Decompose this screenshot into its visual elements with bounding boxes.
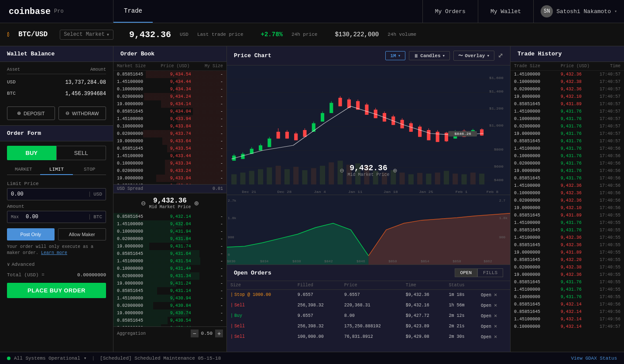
cancel-order-button[interactable]: ✕: [494, 313, 497, 319]
ask-price: 9,433.84: [159, 123, 202, 130]
oo-col-size: Size: [227, 281, 294, 290]
svg-text:$1,600: $1,600: [489, 76, 504, 80]
bid-my-size: -: [202, 258, 223, 264]
order-book-ask-row[interactable]: 0.020000009,433.74-: [113, 130, 226, 137]
order-book-ask-row[interactable]: 1.451000009,433.44-: [113, 152, 226, 160]
order-book-bid-row[interactable]: 0.020000009,431.84-: [113, 235, 226, 243]
tab-fills[interactable]: FILLS: [477, 268, 503, 277]
trade-history-row: 1.451000009,432.3617:40:57: [511, 71, 624, 78]
order-book-bid-row[interactable]: 0.100000009,431.94-: [113, 228, 226, 235]
open-orders: Open Orders OPEN FILLS Size Filled Price…: [227, 264, 510, 352]
allow-maker-button[interactable]: Allow Maker: [58, 228, 106, 240]
order-book-bid-row[interactable]: 19.00000009,430.74-: [113, 309, 226, 317]
chevron-down-icon[interactable]: ▾: [84, 355, 87, 361]
order-type-market[interactable]: MARKET: [7, 165, 40, 175]
bid-my-size: -: [202, 280, 223, 287]
order-book-ask-row[interactable]: 0.020000009,434.24-: [113, 93, 226, 100]
deposit-button[interactable]: ⊕ DEPOSIT: [7, 106, 55, 120]
order-book-bid-row[interactable]: 1.451000009,430.94-: [113, 295, 226, 302]
post-only-button[interactable]: Post Only: [7, 228, 55, 240]
minus-icon[interactable]: ⊖: [141, 199, 146, 208]
last-trade-label: Last trade price: [197, 32, 243, 37]
th-price-val: 9,432.36: [552, 182, 590, 189]
order-book-bid-row[interactable]: 0.100000009,431.44-: [113, 265, 226, 272]
th-size-val: 0.02000000: [514, 264, 552, 271]
order-book-ask-row[interactable]: 1.451000009,433.94-: [113, 115, 226, 123]
order-book-bid-row[interactable]: 0.020000009,430.44-: [113, 324, 226, 326]
ask-price: 9,434.14: [159, 101, 202, 107]
ask-price: 9,433.24: [159, 168, 202, 174]
ask-price: 9,433.54: [159, 145, 202, 152]
amount-input[interactable]: [22, 211, 89, 223]
order-book-bid-row[interactable]: 1.451000009,432.04-: [113, 220, 226, 228]
th-price-val: 9,431.89: [552, 249, 590, 256]
aggregation-decrease-button[interactable]: −: [191, 330, 199, 337]
ask-price: 9,434.34: [159, 86, 202, 93]
order-book-bid-row[interactable]: 19.00000009,431.74-: [113, 243, 226, 250]
svg-rect-38: [435, 172, 440, 184]
expand-button[interactable]: ⤢: [498, 52, 503, 59]
cancel-order-button[interactable]: ✕: [494, 302, 497, 309]
bid-price: 9,431.74: [159, 243, 202, 250]
amount-max[interactable]: Max: [7, 213, 22, 221]
cancel-order-button[interactable]: ✕: [494, 334, 497, 340]
order-book-bid-row[interactable]: 0.858516459,431.64-: [113, 250, 226, 258]
time-1m-button[interactable]: 1M ▾: [385, 51, 405, 60]
price-chart-title: Price Chart: [234, 52, 271, 59]
order-book-bid-row[interactable]: 19.00000009,431.24-: [113, 280, 226, 287]
my-wallet-button[interactable]: My Wallet: [478, 0, 533, 23]
learn-more-link[interactable]: Learn more: [41, 251, 67, 255]
nav-tab-trade[interactable]: Trade: [113, 0, 153, 23]
order-book-bid-row[interactable]: 0.858516459,431.14-: [113, 287, 226, 295]
order-book-ask-row[interactable]: 0.858516459,434.54-: [113, 71, 226, 78]
order-book-ask-row[interactable]: 0.100000009,433.34-: [113, 160, 226, 167]
place-order-button[interactable]: PLACE BUY ORDER: [7, 283, 106, 298]
my-orders-button[interactable]: My Orders: [422, 0, 478, 23]
select-market-button[interactable]: Select Market ▾: [60, 30, 113, 40]
bid-price: 9,431.34: [159, 273, 202, 279]
sell-button[interactable]: SELL: [56, 146, 106, 160]
bid-size: 0.85851645: [117, 251, 159, 257]
view-status-link[interactable]: View GDAX Status: [571, 356, 617, 361]
withdraw-button[interactable]: ⊖ WITHDRAW: [58, 106, 106, 120]
order-book-ask-row[interactable]: 0.100000009,433.84-: [113, 123, 226, 130]
order-book-ask-row[interactable]: 0.858516459,433.54-: [113, 145, 226, 152]
order-book-bid-row[interactable]: 0.020000009,431.34-: [113, 272, 226, 280]
order-book-ask-row[interactable]: 0.858516459,434.04-: [113, 108, 226, 115]
svg-rect-21: [285, 169, 290, 185]
th-time-val: 17:40:56: [590, 301, 621, 308]
aggregation-value: 0.50: [201, 331, 213, 336]
order-book-bid-row[interactable]: 1.451000009,431.54-: [113, 258, 226, 265]
oo-price: $9,423.89: [402, 321, 446, 332]
mid-minus-icon[interactable]: ⊖: [340, 166, 344, 175]
order-book-ask-row[interactable]: 1.451000009,434.44-: [113, 78, 226, 86]
order-book-bid-row[interactable]: 0.858516459,430.54-: [113, 317, 226, 324]
cancel-order-button[interactable]: ✕: [494, 323, 497, 330]
buy-button[interactable]: BUY: [7, 146, 56, 160]
cancel-order-button[interactable]: ✕: [494, 292, 497, 298]
advanced-toggle[interactable]: ∨ Advanced: [0, 259, 113, 270]
tab-open[interactable]: OPEN: [455, 268, 477, 277]
order-book-ask-row[interactable]: 19.00000009,434.14-: [113, 100, 226, 108]
th-size-val: 0.85851645: [514, 175, 552, 182]
plus-icon[interactable]: ⊕: [195, 199, 199, 208]
order-book-ask-row[interactable]: 19.00000009,433.04-: [113, 175, 226, 182]
oo-side: |Sell: [227, 300, 294, 311]
order-book-bid-row[interactable]: 0.020000009,430.84-: [113, 302, 226, 309]
order-type-limit[interactable]: LIMIT: [40, 165, 73, 175]
user-menu[interactable]: SN Satoshi Nakamoto ▾: [533, 0, 624, 23]
candles-button[interactable]: ⫼ Candles ▾: [409, 51, 450, 60]
trade-history-rows: 1.451000009,432.3617:40:570.100000009,43…: [511, 71, 624, 352]
order-book-ask-row[interactable]: 0.100000009,434.34-: [113, 86, 226, 93]
th-price-val: 9,431.76: [552, 138, 590, 144]
order-book-ask-row[interactable]: 0.858516459,432.94-: [113, 182, 226, 184]
bid-size: 19.0000000: [117, 280, 159, 287]
aggregation-increase-button[interactable]: +: [215, 330, 223, 337]
order-type-stop[interactable]: STOP: [73, 165, 106, 175]
limit-price-input[interactable]: [7, 189, 89, 200]
order-book-bid-row[interactable]: 0.858516459,432.14-: [113, 213, 226, 220]
overlay-button[interactable]: 〜 Overlay ▾: [453, 51, 494, 61]
mid-plus-icon[interactable]: ⊕: [393, 166, 398, 175]
order-book-ask-row[interactable]: 19.00000009,433.64-: [113, 137, 226, 145]
order-book-ask-row[interactable]: 0.020000009,433.24-: [113, 167, 226, 175]
